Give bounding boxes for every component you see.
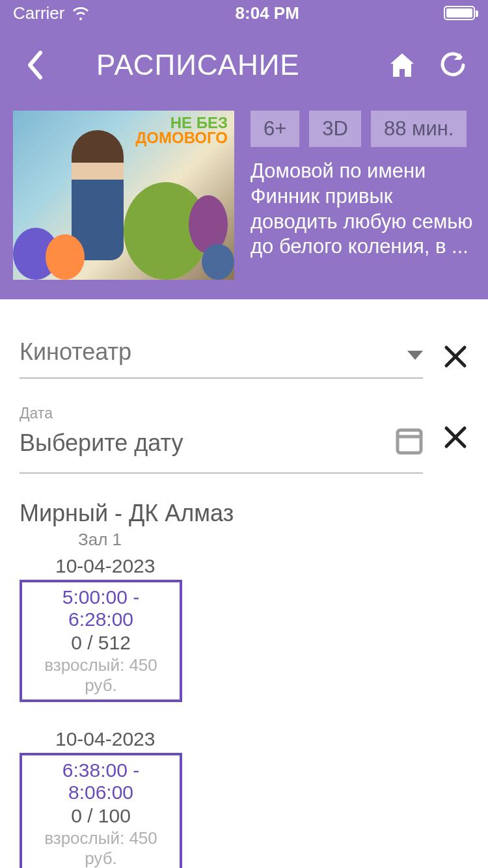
hall-name: Зал 1 (20, 530, 468, 550)
session-seats: 0 / 100 (29, 805, 173, 827)
session-seats: 0 / 512 (29, 632, 173, 654)
status-time: 8:04 PM (236, 3, 299, 23)
cinema-label: Кинотеатр (20, 338, 131, 366)
carrier-label: Carrier (13, 3, 64, 23)
page-title: РАСПИСАНИЕ (96, 49, 367, 81)
session-price: взрослый: 450 руб. (29, 828, 173, 868)
battery-icon (444, 6, 475, 20)
session-date: 10-04-2023 (20, 728, 468, 750)
movie-header: НЕ БЕЗ ДОМОВОГО 6+ 3D 88 мин. Домовой по… (0, 104, 488, 299)
clear-cinema-button[interactable] (442, 342, 468, 375)
date-placeholder: Выберите дату (20, 429, 183, 457)
back-button[interactable] (20, 49, 51, 81)
session-time: 6:38:00 - 8:06:00 (29, 759, 173, 804)
dropdown-icon (407, 338, 423, 366)
session-price: взрослый: 450 руб. (29, 655, 173, 696)
calendar-icon (396, 425, 423, 461)
nav-bar: РАСПИСАНИЕ (0, 26, 488, 104)
age-badge: 6+ (251, 111, 299, 147)
movie-description: Домовой по имени Финник привык доводить … (251, 159, 475, 260)
cinema-select[interactable]: Кинотеатр (20, 338, 423, 379)
session-time: 5:00:00 - 6:28:00 (29, 586, 173, 631)
wifi-icon (71, 6, 90, 20)
clear-date-button[interactable] (442, 423, 468, 455)
svg-rect-3 (398, 430, 421, 453)
movie-poster[interactable]: НЕ БЕЗ ДОМОВОГО (13, 111, 234, 280)
date-label: Дата (20, 405, 423, 422)
session-card[interactable]: 6:38:00 - 8:06:00 0 / 100 взрослый: 450 … (20, 753, 182, 868)
poster-title-line2: ДОМОВОГО (135, 131, 228, 146)
duration-badge: 88 мин. (371, 111, 467, 147)
session-date: 10-04-2023 (20, 555, 468, 577)
status-bar: Carrier 8:04 PM (0, 0, 488, 26)
svg-marker-0 (407, 351, 423, 360)
session-card[interactable]: 5:00:00 - 6:28:00 0 / 512 взрослый: 450 … (20, 580, 182, 702)
format-badge: 3D (309, 111, 361, 147)
refresh-button[interactable] (437, 49, 468, 81)
home-button[interactable] (386, 49, 418, 81)
date-select[interactable]: Дата Выберите дату (20, 405, 423, 474)
venue-name: Мирный - ДК Алмаз (20, 500, 468, 527)
